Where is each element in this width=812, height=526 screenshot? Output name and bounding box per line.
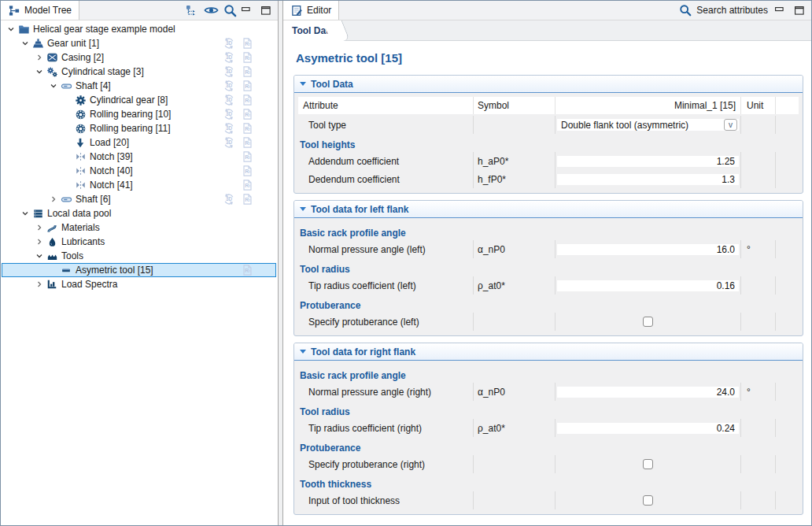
report-icon[interactable]: R — [242, 108, 254, 120]
tree-item-helical-gear-stage-example-model[interactable]: Helical gear stage example model — [2, 22, 276, 36]
tree-item-asymetric-tool-15[interactable]: Asymetric tool [15]R — [2, 263, 276, 277]
3d-view-icon[interactable]: 3D — [223, 94, 236, 106]
panel-splitter[interactable] — [278, 1, 283, 525]
tree-item-cylindrical-stage-3[interactable]: Cylindrical stage [3]3DR — [2, 65, 276, 79]
row-addendum-coefficient: Addendum coefficienth_aP0* — [298, 152, 799, 170]
tree-item-gear-unit-1[interactable]: Gear unit [1]3DR — [2, 36, 276, 50]
tab-tool-data[interactable]: Tool Data — [283, 20, 336, 41]
chevron-down-icon[interactable] — [33, 250, 46, 262]
3d-view-icon[interactable]: 3D — [223, 193, 236, 206]
tree-item-casing-2[interactable]: Casing [2]3DR — [2, 50, 276, 65]
input-normal-pressure-angle-left[interactable] — [557, 244, 739, 255]
row-specify-protuberance-left: Specify protuberance (left) — [298, 313, 799, 331]
chevron-right-icon[interactable] — [47, 193, 60, 206]
chevron-placeholder — [47, 264, 60, 276]
input-tip-radius-coefficient-left[interactable] — [557, 280, 739, 291]
report-icon[interactable]: R — [242, 136, 254, 149]
section-title: Tool data for left flank — [311, 204, 408, 215]
maximize-icon[interactable] — [794, 2, 804, 18]
trailing-cell — [775, 116, 799, 134]
tree-item-rolling-bearing-10[interactable]: Rolling bearing [10]3DR — [2, 107, 276, 121]
dropdown-tool-type[interactable]: Double flank tool (asymmetric)v — [557, 119, 739, 131]
report-icon[interactable]: R — [242, 193, 254, 206]
attribute-symbol — [473, 455, 555, 473]
chevron-right-icon[interactable] — [33, 51, 46, 64]
section-body: AttributeSymbolMinimal_1 [15]UnitTool ty… — [294, 93, 803, 193]
chevron-down-icon[interactable] — [5, 23, 17, 35]
row-specify-protuberance-right: Specify protuberance (right) — [298, 455, 799, 473]
chevron-placeholder — [61, 136, 74, 149]
tree-item-load-spectra[interactable]: Load Spectra — [2, 277, 276, 291]
svg-text:3D: 3D — [226, 40, 233, 46]
tab-editor[interactable]: Editor — [283, 1, 339, 20]
minimize-icon[interactable] — [241, 2, 250, 18]
svg-text:R: R — [245, 140, 249, 146]
section-body: Basic rack profile angleNormal pressure … — [294, 218, 803, 335]
report-icon[interactable]: R — [242, 37, 254, 50]
tree-item-shaft-4[interactable]: Shaft [4]3DR — [2, 79, 276, 93]
tree-item-lubricants[interactable]: Lubricants — [2, 235, 276, 249]
chevron-down-icon[interactable] — [47, 80, 60, 92]
checkbox-specify-protuberance-left[interactable] — [643, 317, 653, 327]
report-icon[interactable]: R — [242, 150, 254, 163]
tree-item-rolling-bearing-11[interactable]: Rolling bearing [11]3DR — [2, 121, 276, 135]
value-cell — [555, 152, 740, 170]
tree-structure-icon[interactable] — [184, 2, 200, 18]
attribute-unit — [740, 276, 775, 294]
svg-text:R: R — [245, 55, 249, 61]
tree-item-shaft-6[interactable]: Shaft [6]3DR — [2, 192, 276, 206]
3d-view-icon[interactable]: 3D — [223, 51, 236, 64]
checkbox-specify-protuberance-right[interactable] — [643, 459, 653, 469]
chevron-down-icon[interactable] — [19, 207, 31, 220]
report-icon[interactable]: R — [242, 264, 254, 276]
3d-view-icon[interactable]: 3D — [223, 37, 236, 50]
minimize-icon[interactable] — [774, 2, 784, 18]
attribute-symbol: h_aP0* — [473, 152, 555, 170]
3d-view-icon[interactable]: 3D — [223, 80, 236, 92]
tree-item-materials[interactable]: Materials — [2, 220, 276, 235]
input-normal-pressure-angle-right[interactable] — [557, 387, 739, 398]
report-icon[interactable]: R — [242, 179, 254, 191]
attribute-symbol — [473, 313, 555, 331]
chevron-down-icon[interactable] — [19, 37, 31, 50]
3d-view-icon[interactable]: 3D — [223, 136, 236, 149]
tab-model-tree[interactable]: Model Tree — [1, 1, 79, 20]
tree-item-cylindrical-gear-8[interactable]: Cylindrical gear [8]3DR — [2, 93, 276, 107]
value-cell — [555, 240, 740, 258]
input-addendum-coefficient[interactable] — [557, 156, 739, 167]
tree-item-load-20[interactable]: Load [20]3DR — [2, 135, 276, 150]
attribute-symbol: α_nP0 — [473, 383, 555, 401]
search-attributes[interactable]: Search attributes — [677, 2, 768, 18]
tree-item-notch-41[interactable]: Notch [41]R — [2, 178, 276, 192]
input-tip-radius-coefficient-right[interactable] — [557, 423, 739, 434]
report-icon[interactable]: R — [242, 51, 254, 64]
notch-icon — [74, 179, 87, 191]
tree-item-local-data-pool[interactable]: Local data pool — [2, 206, 276, 220]
section-header-tool-data-for-right-flank[interactable]: Tool data for right flank — [294, 343, 803, 361]
search-icon[interactable] — [222, 2, 238, 18]
report-icon[interactable]: R — [242, 65, 254, 78]
report-icon[interactable]: R — [242, 122, 254, 135]
3d-view-icon[interactable]: 3D — [223, 122, 236, 135]
chevron-right-icon[interactable] — [33, 235, 46, 248]
chevron-right-icon[interactable] — [33, 278, 46, 291]
3d-view-icon[interactable]: 3D — [223, 65, 236, 78]
report-icon[interactable]: R — [242, 165, 254, 177]
tree-item-tools[interactable]: Tools — [2, 249, 276, 263]
report-icon[interactable]: R — [242, 80, 254, 92]
input-dedendum-coefficient[interactable] — [557, 174, 739, 185]
row-normal-pressure-angle-left: Normal pressure angle (left)α_nP0° — [298, 240, 799, 258]
eye-icon[interactable] — [203, 2, 219, 18]
section-header-tool-data[interactable]: Tool Data — [294, 76, 803, 93]
3d-view-icon[interactable]: 3D — [223, 108, 236, 120]
dropdown-arrow-icon[interactable]: v — [724, 119, 737, 131]
section-header-tool-data-for-left-flank[interactable]: Tool data for left flank — [294, 201, 803, 218]
chevron-right-icon[interactable] — [33, 221, 46, 234]
tree-item-notch-39[interactable]: Notch [39]R — [2, 150, 276, 164]
report-icon[interactable]: R — [242, 94, 254, 106]
checkbox-input-of-tool-thickness[interactable] — [643, 495, 653, 506]
tree-item-notch-40[interactable]: Notch [40]R — [2, 164, 276, 178]
chevron-down-icon[interactable] — [33, 65, 46, 78]
gear-icon — [74, 94, 87, 106]
maximize-icon[interactable] — [260, 2, 271, 18]
